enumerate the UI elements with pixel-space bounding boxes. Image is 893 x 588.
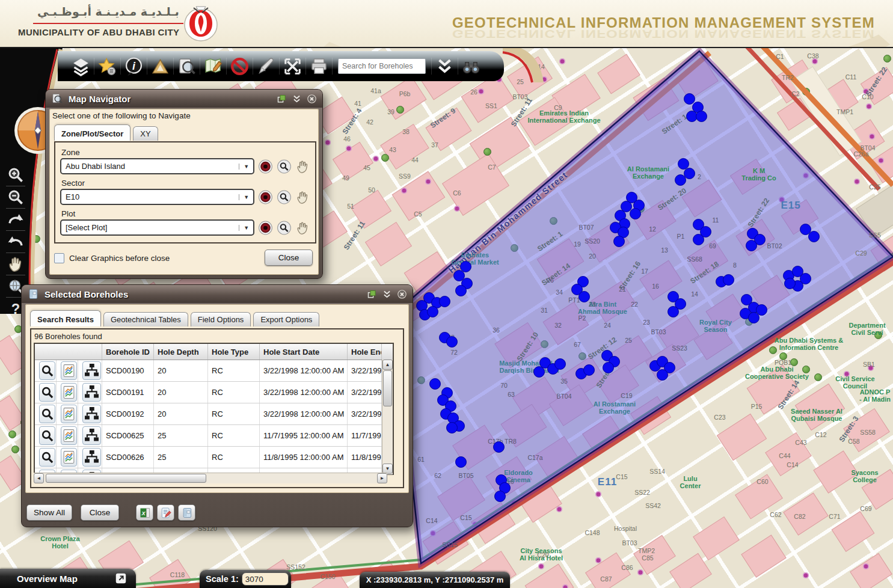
sector-dropdown[interactable]: E10▼ [60, 189, 254, 205]
pan-hand-button[interactable] [295, 189, 310, 205]
borehole-marker[interactable] [603, 362, 614, 373]
scroll-up-arrow[interactable]: ▲ [382, 360, 393, 370]
overview-map-bar[interactable]: Overview Map [0, 569, 136, 588]
borehole-marker[interactable] [446, 422, 458, 433]
zoom-to-radio-button[interactable] [258, 189, 273, 205]
vscroll-thumb[interactable] [383, 370, 392, 406]
magnifier-button[interactable] [277, 220, 292, 236]
show-all-button[interactable]: Show All [26, 504, 72, 521]
borehole-marker[interactable] [583, 364, 595, 376]
borehole-marker[interactable] [578, 291, 590, 302]
favorites-icon[interactable] [97, 57, 117, 76]
print-icon[interactable] [309, 57, 329, 76]
scroll-left-arrow[interactable]: ◄ [34, 473, 44, 483]
table-row[interactable]: SCD0062525RC11/7/1995 12:00:00 AM11/7/19… [35, 425, 393, 447]
plot-dropdown[interactable]: [Select Plot]▼ [60, 219, 254, 236]
borehole-data-button[interactable] [82, 405, 101, 423]
find-boreholes-icon[interactable] [461, 57, 481, 76]
borehole-data-button[interactable] [82, 426, 101, 445]
table-row[interactable]: SCD0019220RC3/22/1998 12:00:00 AM3/22/19… [35, 403, 393, 425]
borehole-marker[interactable] [667, 306, 679, 317]
search-input[interactable] [338, 58, 426, 74]
borehole-marker[interactable] [784, 278, 796, 289]
borehole-marker[interactable] [455, 456, 467, 468]
borehole-marker[interactable] [429, 378, 441, 390]
tab-search-results[interactable]: Search Results [30, 310, 101, 326]
zoom-to-radio-button[interactable] [258, 220, 273, 236]
zoom-to-borehole-button[interactable] [39, 405, 55, 423]
pan-hand-icon[interactable] [7, 255, 25, 273]
draw-icon[interactable] [256, 57, 276, 76]
boreholes-titlebar[interactable]: Selected Boreholes [22, 285, 413, 303]
borehole-log-button[interactable] [61, 426, 77, 445]
horizontal-scrollbar[interactable]: ◄ ► [34, 473, 387, 483]
borehole-marker[interactable] [439, 296, 450, 307]
borehole-log-button[interactable] [61, 383, 77, 402]
borehole-marker[interactable] [696, 111, 707, 122]
navigator-close-button[interactable]: Close [265, 250, 313, 266]
clear-graphics-icon[interactable] [230, 57, 250, 76]
restore-icon[interactable] [277, 94, 287, 104]
zone-dropdown[interactable]: Abu Dhabi Island▼ [60, 158, 254, 174]
pan-hand-button[interactable] [295, 220, 310, 236]
tab-export-options[interactable]: Export Options [253, 312, 319, 326]
close-icon[interactable] [397, 289, 407, 299]
borehole-marker[interactable] [630, 208, 641, 219]
hscroll-thumb[interactable] [46, 474, 206, 483]
borehole-marker[interactable] [723, 274, 734, 286]
borehole-marker[interactable] [455, 285, 467, 296]
close-icon[interactable] [307, 94, 317, 104]
tab-xy[interactable]: XY [133, 126, 158, 141]
zoom-to-radio-button[interactable] [258, 159, 273, 174]
borehole-marker[interactable] [675, 174, 686, 186]
zoom-to-borehole-button[interactable] [39, 383, 55, 402]
restore-icon[interactable] [367, 289, 377, 299]
collapse-toolbar-icon[interactable] [435, 57, 455, 76]
borehole-log-button[interactable] [61, 448, 77, 467]
magnifier-button[interactable] [277, 189, 292, 205]
magnifier-button[interactable] [277, 159, 292, 174]
collapse-icon[interactable] [382, 289, 392, 299]
zoom-to-borehole-button[interactable] [39, 448, 55, 467]
borehole-marker[interactable] [446, 336, 458, 348]
borehole-marker[interactable] [493, 441, 505, 453]
export-excel-button[interactable]: X [136, 504, 153, 521]
tab-geotechnical-tables[interactable]: Geotechnical Tables [103, 312, 188, 326]
table-row[interactable]: SCD0019120RC3/22/1998 12:00:00 AM3/22/19… [35, 382, 393, 403]
identify-icon[interactable] [177, 57, 197, 76]
vertical-scrollbar[interactable]: ▲ ▼ [382, 360, 393, 474]
borehole-marker[interactable] [748, 312, 760, 323]
zoom-in-icon[interactable] [7, 166, 25, 184]
borehole-marker[interactable] [494, 491, 506, 502]
borehole-marker[interactable] [808, 231, 820, 242]
zoom-to-borehole-button[interactable] [39, 361, 55, 380]
borehole-marker[interactable] [657, 369, 668, 381]
log-viewer-button[interactable] [178, 504, 195, 521]
boreholes-close-button[interactable]: Close [81, 504, 119, 521]
pan-hand-button[interactable] [295, 159, 310, 174]
layers-icon[interactable] [71, 57, 91, 76]
tab-field-options[interactable]: Field Options [191, 312, 251, 326]
borehole-marker[interactable] [533, 366, 545, 378]
pan-arrows-icon[interactable] [283, 57, 302, 76]
edit-map-icon[interactable] [203, 57, 223, 76]
report-button[interactable] [157, 504, 174, 521]
info-icon[interactable]: i [124, 57, 144, 76]
borehole-marker[interactable] [746, 240, 757, 251]
borehole-marker[interactable] [693, 234, 704, 245]
scroll-right-arrow[interactable]: ► [377, 473, 387, 483]
borehole-data-button[interactable] [82, 383, 101, 402]
overview-expand-icon[interactable] [114, 572, 127, 585]
zoom-out-icon[interactable] [7, 188, 25, 206]
scale-input[interactable] [242, 572, 289, 586]
collapse-icon[interactable] [292, 94, 302, 104]
borehole-marker[interactable] [554, 358, 566, 370]
redo-icon[interactable] [7, 210, 25, 228]
clear-graphics-checkbox[interactable] [54, 253, 64, 263]
undo-icon[interactable] [7, 233, 25, 251]
table-row[interactable]: SCD0062625RC11/8/1995 12:00:00 AM11/8/19… [35, 447, 393, 468]
borehole-marker[interactable] [427, 306, 438, 317]
borehole-data-button[interactable] [82, 361, 101, 380]
borehole-log-button[interactable] [61, 361, 77, 380]
borehole-data-button[interactable] [82, 448, 101, 467]
